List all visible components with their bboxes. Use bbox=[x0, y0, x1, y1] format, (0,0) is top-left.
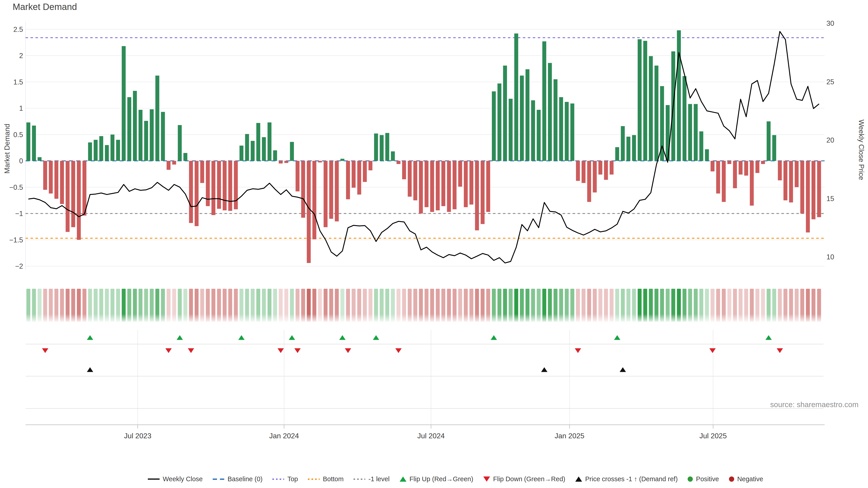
demand-bar[interactable] bbox=[722, 161, 725, 202]
demand-bar[interactable] bbox=[166, 161, 170, 170]
demand-bar[interactable] bbox=[458, 161, 462, 187]
flip-up-marker[interactable] bbox=[491, 335, 497, 340]
demand-bar[interactable] bbox=[638, 39, 642, 161]
flip-up-marker[interactable] bbox=[177, 335, 183, 340]
demand-bar[interactable] bbox=[767, 121, 771, 161]
demand-bar[interactable] bbox=[526, 69, 529, 161]
demand-bar[interactable] bbox=[290, 142, 294, 161]
demand-bar[interactable] bbox=[441, 161, 445, 206]
demand-bar[interactable] bbox=[335, 161, 339, 221]
flip-up-marker[interactable] bbox=[339, 335, 346, 340]
demand-bar[interactable] bbox=[402, 161, 406, 180]
demand-bar[interactable] bbox=[531, 100, 535, 161]
demand-bar[interactable] bbox=[329, 161, 333, 219]
demand-bar[interactable] bbox=[795, 161, 799, 187]
demand-bar[interactable] bbox=[200, 161, 204, 183]
flip-down-marker[interactable] bbox=[165, 348, 172, 353]
demand-bar[interactable] bbox=[133, 91, 137, 161]
demand-bar[interactable] bbox=[436, 161, 440, 210]
demand-bar[interactable] bbox=[346, 161, 350, 199]
demand-bar[interactable] bbox=[716, 161, 720, 193]
demand-bar[interactable] bbox=[453, 161, 456, 209]
demand-bar[interactable] bbox=[817, 161, 821, 217]
demand-bar[interactable] bbox=[105, 145, 109, 161]
flip-down-marker[interactable] bbox=[188, 348, 194, 353]
legend-item-flip-down-green-red[interactable]: Flip Down (Green→Red) bbox=[483, 475, 565, 483]
demand-bar[interactable] bbox=[621, 126, 625, 161]
demand-bar[interactable] bbox=[155, 76, 159, 161]
demand-bar[interactable] bbox=[705, 149, 709, 161]
demand-bar[interactable] bbox=[425, 161, 428, 207]
demand-bar[interactable] bbox=[189, 161, 193, 223]
demand-bar[interactable] bbox=[183, 153, 187, 161]
demand-bar[interactable] bbox=[55, 161, 58, 199]
legend-item-bottom[interactable]: Bottom bbox=[308, 475, 344, 483]
demand-bar[interactable] bbox=[447, 161, 451, 212]
flip-down-marker[interactable] bbox=[278, 348, 284, 353]
demand-bar[interactable] bbox=[727, 161, 731, 164]
demand-bar[interactable] bbox=[161, 112, 165, 161]
demand-bar[interactable] bbox=[116, 140, 120, 161]
demand-bar[interactable] bbox=[217, 161, 221, 209]
demand-bar[interactable] bbox=[783, 161, 787, 200]
demand-bar[interactable] bbox=[430, 161, 434, 212]
demand-bar[interactable] bbox=[565, 102, 568, 161]
demand-bar[interactable] bbox=[739, 161, 743, 175]
demand-bar[interactable] bbox=[419, 161, 423, 214]
flip-down-marker[interactable] bbox=[575, 348, 581, 353]
demand-bar[interactable] bbox=[296, 161, 300, 191]
demand-bar[interactable] bbox=[582, 161, 585, 183]
demand-bar[interactable] bbox=[570, 103, 574, 161]
demand-bar[interactable] bbox=[358, 161, 361, 195]
demand-bar[interactable] bbox=[273, 150, 277, 161]
legend-item-negative[interactable]: Negative bbox=[729, 475, 763, 483]
demand-bar[interactable] bbox=[178, 125, 182, 161]
flip-up-marker[interactable] bbox=[87, 335, 93, 340]
demand-bar[interactable] bbox=[626, 137, 630, 161]
demand-bar[interactable] bbox=[307, 161, 311, 263]
flip-down-marker[interactable] bbox=[345, 348, 351, 353]
demand-bar[interactable] bbox=[604, 161, 608, 180]
demand-bar[interactable] bbox=[279, 161, 283, 164]
demand-bar[interactable] bbox=[677, 30, 681, 161]
price-cross-marker[interactable] bbox=[541, 367, 548, 372]
demand-bar[interactable] bbox=[256, 123, 260, 161]
demand-bar[interactable] bbox=[251, 141, 254, 161]
demand-bar[interactable] bbox=[66, 161, 69, 232]
demand-bar[interactable] bbox=[60, 161, 64, 204]
demand-bar[interactable] bbox=[694, 104, 698, 161]
demand-bar[interactable] bbox=[88, 142, 92, 161]
demand-bar[interactable] bbox=[245, 134, 249, 161]
legend-item-weekly-close[interactable]: Weekly Close bbox=[148, 475, 203, 483]
demand-bar[interactable] bbox=[508, 99, 513, 161]
demand-bar[interactable] bbox=[71, 161, 75, 227]
legend-item-1-level[interactable]: -1 level bbox=[353, 475, 390, 483]
demand-bar[interactable] bbox=[559, 97, 563, 161]
demand-bar[interactable] bbox=[408, 161, 412, 197]
demand-bar[interactable] bbox=[654, 66, 658, 161]
demand-bar[interactable] bbox=[755, 161, 759, 173]
flip-up-marker[interactable] bbox=[373, 335, 379, 340]
demand-bar[interactable] bbox=[49, 161, 53, 193]
flip-down-marker[interactable] bbox=[42, 348, 49, 353]
demand-bar[interactable] bbox=[374, 133, 378, 161]
demand-bar[interactable] bbox=[144, 121, 148, 161]
demand-bar[interactable] bbox=[352, 161, 355, 188]
price-cross-marker[interactable] bbox=[620, 367, 626, 372]
demand-bar[interactable] bbox=[811, 161, 815, 219]
flip-down-marker[interactable] bbox=[709, 348, 716, 353]
demand-bar[interactable] bbox=[32, 126, 36, 161]
demand-bar[interactable] bbox=[514, 33, 518, 161]
demand-bar[interactable] bbox=[268, 123, 272, 161]
demand-bar[interactable] bbox=[228, 161, 232, 211]
demand-bar[interactable] bbox=[800, 161, 804, 214]
price-cross-marker[interactable] bbox=[87, 367, 93, 372]
demand-bar[interactable] bbox=[150, 109, 154, 161]
flip-down-marker[interactable] bbox=[294, 348, 301, 353]
demand-bar[interactable] bbox=[503, 66, 507, 161]
demand-bar[interactable] bbox=[413, 161, 417, 200]
demand-bar[interactable] bbox=[239, 145, 243, 161]
demand-bar[interactable] bbox=[554, 79, 557, 161]
demand-bar[interactable] bbox=[301, 161, 305, 218]
demand-bar[interactable] bbox=[284, 161, 288, 163]
